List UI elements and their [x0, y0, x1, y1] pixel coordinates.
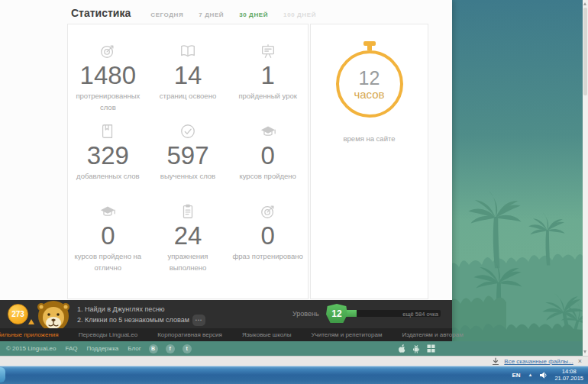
- nav-mobile-apps[interactable]: Мобильные приложения: [0, 331, 59, 338]
- site-content-column: Статистика СЕГОДНЯ 7 ДНЕЙ 30 ДНЕЙ 100 ДН…: [0, 0, 452, 341]
- stat-exercises-done: 24 упражнения выполнено: [148, 203, 228, 283]
- download-icon: [492, 357, 499, 366]
- stat-label: добавленных слов: [76, 171, 139, 182]
- stat-value: 329: [87, 143, 129, 169]
- dictionary-icon: [99, 123, 116, 140]
- speaker-icon[interactable]: [539, 371, 548, 379]
- target-icon: [99, 43, 116, 60]
- level-badge: 12: [326, 304, 347, 323]
- footer-link-support[interactable]: Поддержка: [87, 345, 119, 352]
- nav-language-schools[interactable]: Языковые школы: [242, 331, 292, 338]
- taskbar-clock[interactable]: 14:08 21.07.2015: [554, 368, 583, 382]
- system-tray: EN ▲ 14:08 21.07.2015: [512, 366, 586, 384]
- stat-value: 597: [166, 143, 208, 169]
- time-value: 12: [359, 68, 380, 88]
- hidden-icons-icon[interactable]: ▲: [528, 373, 533, 377]
- stat-label: страниц освоено: [160, 91, 216, 102]
- stat-label: протренированных слов: [69, 91, 146, 113]
- page-title: Статистика: [71, 7, 131, 19]
- nav-translations[interactable]: Переводы LinguaLeo: [79, 331, 138, 338]
- apple-icon[interactable]: [398, 344, 405, 353]
- stats-grid: 1480 протренированных слов 14 страниц ос…: [68, 24, 308, 283]
- check-circle-icon: [179, 123, 196, 140]
- time-unit: часов: [354, 88, 384, 101]
- target-icon: [260, 203, 276, 220]
- vk-icon[interactable]: B: [149, 344, 158, 353]
- grad-cap-icon: [99, 203, 116, 220]
- android-icon[interactable]: [412, 344, 420, 353]
- stat-courses-completed: 0 курсов пройдено: [228, 123, 308, 203]
- windows-taskbar: EN ▲ 14:08 21.07.2015: [0, 366, 588, 384]
- site-footer: © 2015 LinguaLeo FAQ Поддержка Блог B f …: [0, 341, 583, 356]
- close-shelf-icon[interactable]: ×: [578, 358, 582, 365]
- stats-page: Статистика СЕГОДНЯ 7 ДНЕЙ 30 ДНЕЙ 100 ДН…: [0, 0, 452, 300]
- facebook-icon[interactable]: f: [166, 344, 175, 353]
- stats-header: Статистика СЕГОДНЯ 7 ДНЕЙ 30 ДНЕЙ 100 ДН…: [71, 7, 331, 19]
- stat-learned-words: 597 выученных слов: [148, 123, 228, 203]
- tab-30-days[interactable]: 30 ДНЕЙ: [239, 11, 268, 18]
- stat-value: 0: [260, 143, 274, 169]
- stat-courses-excellent: 0 курсов пройдено на отлично: [68, 203, 148, 283]
- stat-label: фраз потренировано: [233, 251, 303, 263]
- stat-value: 0: [260, 223, 274, 249]
- tab-7-days[interactable]: 7 ДНЕЙ: [199, 11, 224, 18]
- clock-time: 14:08: [554, 368, 583, 375]
- stat-value: 1: [260, 63, 274, 89]
- page-scrollbar[interactable]: [583, 0, 588, 356]
- coins-badge[interactable]: 273: [8, 304, 28, 324]
- task-2[interactable]: 2. Кликни по 5 незнакомым словам•••: [77, 315, 205, 326]
- task-2-label: 2. Кликни по 5 незнакомым словам: [77, 316, 189, 324]
- stat-label: выученных слов: [160, 171, 215, 182]
- stat-value: 14: [174, 63, 202, 89]
- level-label: Уровень: [292, 310, 319, 318]
- xp-badge-icon: •••: [192, 315, 205, 326]
- language-indicator[interactable]: EN: [512, 372, 520, 379]
- stopwatch-icon: 12 часов: [336, 50, 403, 118]
- stat-value: 0: [101, 223, 115, 249]
- stat-label: упражнения выполнено: [150, 251, 226, 273]
- platform-icons: [398, 341, 442, 356]
- daily-tasks: 1. Найди в Джунглях песню 2. Кликни по 5…: [77, 305, 205, 326]
- open-book-icon: [179, 43, 196, 60]
- stat-value: 1480: [80, 63, 136, 89]
- board-icon: [260, 43, 276, 60]
- stat-pages-mastered: 14 страниц освоено: [148, 43, 228, 123]
- show-all-downloads-link[interactable]: Все скачанные файлы...: [504, 358, 573, 365]
- stat-label: курсов пройдено на отлично: [69, 251, 146, 273]
- copyright: © 2015 LinguaLeo: [6, 345, 57, 352]
- footer-link-blog[interactable]: Блог: [128, 345, 141, 352]
- quest-bar: 273 1. Найди в Джунглях песню 2. Кликни …: [0, 300, 452, 328]
- tab-today[interactable]: СЕГОДНЯ: [150, 11, 183, 18]
- windows-icon[interactable]: [427, 344, 435, 353]
- nav-teachers[interactable]: Учителям и репетиторам: [312, 331, 383, 338]
- stat-added-words: 329 добавленных слов: [68, 123, 148, 203]
- grad-cap-icon: [260, 123, 276, 140]
- points-remaining: ещё 584 очка: [344, 311, 441, 318]
- clipboard-icon: [179, 203, 196, 220]
- stat-label: пройденный урок: [238, 91, 296, 102]
- footer-nav: Мобильные приложения Переводы LinguaLeo …: [0, 328, 452, 341]
- task-1[interactable]: 1. Найди в Джунглях песню: [77, 305, 205, 315]
- start-button-edge[interactable]: [0, 367, 5, 382]
- time-caption: время на сайте: [311, 134, 428, 143]
- stat-lessons-completed: 1 пройденный урок: [228, 43, 308, 123]
- scroll-up-icon[interactable]: [583, 2, 586, 5]
- twitter-icon[interactable]: t: [183, 344, 192, 353]
- footer-link-faq[interactable]: FAQ: [66, 345, 78, 352]
- stat-label: курсов пройдено: [239, 171, 296, 182]
- stat-phrases-trained: 0 фраз потренировано: [228, 203, 308, 283]
- stat-trained-words: 1480 протренированных слов: [68, 43, 148, 123]
- nav-corporate[interactable]: Корпоративная версия: [157, 331, 222, 338]
- scrollbar-thumb[interactable]: [583, 8, 587, 95]
- download-shelf: Все скачанные файлы... ×: [0, 356, 588, 366]
- stat-value: 24: [174, 223, 202, 249]
- stats-card: 1480 протренированных слов 14 страниц ос…: [67, 24, 309, 299]
- tab-100-days[interactable]: 100 ДНЕЙ: [283, 11, 316, 18]
- time-on-site-card: 12 часов время на сайте: [310, 24, 428, 299]
- clock-date: 21.07.2015: [554, 375, 583, 382]
- desktop-screen: Статистика СЕГОДНЯ 7 ДНЕЙ 30 ДНЕЙ 100 ДН…: [0, 0, 588, 384]
- nav-publishers[interactable]: Издателям и авторам: [402, 331, 463, 338]
- scroll-down-icon[interactable]: [583, 350, 586, 353]
- warning-icon: [28, 319, 34, 324]
